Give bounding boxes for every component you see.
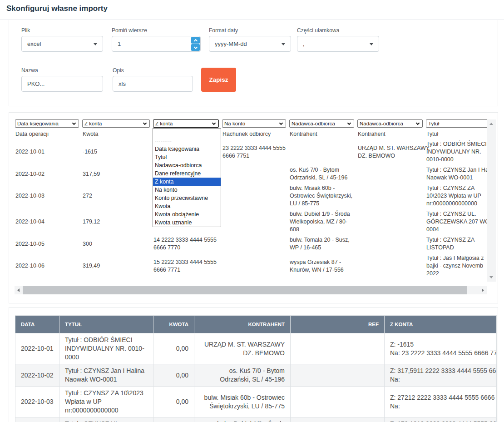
dropdown-option[interactable]: Nadawca-odbiorca xyxy=(153,161,221,169)
column-select-1[interactable]: Data księgowania xyxy=(15,119,79,128)
import-config-form: Plik excel Pomiń wiersze 1 Format daty y… xyxy=(9,20,498,106)
save-button[interactable]: Zapisz xyxy=(201,68,236,92)
chevron-down-icon xyxy=(347,121,351,125)
preview-table-panel: DATA TYTUŁ KWOTA KONTRAHENT REF Z KONTA … xyxy=(9,307,498,422)
nazwa-label: Nazwa xyxy=(21,67,103,74)
dropdown-option[interactable]: Konto przeciwstawne xyxy=(153,194,221,202)
grid-row: 2022-10-04 179,12 bulw. Dubiel 1/9 - Śro… xyxy=(15,209,494,235)
column-mapping-panel: Data księgowania Z konta Z konta Na kont… xyxy=(9,112,498,303)
pomin-wiersze-label: Pomiń wiersze xyxy=(112,27,201,34)
table-header-row: DATA TYTUŁ KWOTA KONTRAHENT REF Z KONTA xyxy=(15,316,497,333)
scroll-up-icon[interactable] xyxy=(489,123,493,125)
dropdown-option[interactable]: Data księgowania xyxy=(153,145,221,153)
column-select-2[interactable]: Z konta xyxy=(82,119,150,128)
dropdown-option[interactable] xyxy=(153,129,221,137)
mapping-grid: Data księgowania Z konta Z konta Na kont… xyxy=(15,119,494,279)
dropdown-option[interactable]: Kwota xyxy=(153,202,221,210)
scrollbar-thumb[interactable] xyxy=(23,286,467,294)
column-select-3[interactable]: Z konta xyxy=(153,119,219,128)
grid-row: 2022-10-05 300 14 2222 3333 4444 5555 66… xyxy=(15,235,494,253)
format-daty-select[interactable]: yyyy-MM-dd xyxy=(209,36,291,52)
dropdown-option[interactable]: Tytuł xyxy=(153,153,221,161)
preview-table: DATA TYTUŁ KWOTA KONTRAHENT REF Z KONTA … xyxy=(15,315,497,422)
stepper-down-icon[interactable] xyxy=(191,44,200,51)
table-row: 2022-10-01 Tytuł : ODBIÓR ŚMIECI INDYWID… xyxy=(15,333,497,364)
plik-label: Plik xyxy=(21,27,103,34)
opis-input[interactable]: xls xyxy=(113,76,193,92)
dropdown-option[interactable]: Dane referencyjne xyxy=(153,169,221,178)
nazwa-input[interactable]: PKO... xyxy=(21,76,103,92)
czesci-ulamkowa-label: Części ułamkowa xyxy=(297,27,379,34)
dropdown-option[interactable]: Kwota uznanie xyxy=(153,218,221,227)
chevron-down-icon xyxy=(370,43,373,45)
stepper-up-icon[interactable] xyxy=(191,37,200,44)
opis-label: Opis xyxy=(113,67,193,74)
chevron-down-icon xyxy=(416,121,420,125)
scroll-right-icon[interactable] xyxy=(482,288,484,292)
czesci-ulamkowa-select[interactable]: , xyxy=(297,36,379,52)
grid-row: 2022-10-06 319,49 15 2222 3333 4444 5555… xyxy=(15,253,494,279)
number-stepper xyxy=(191,37,200,51)
chevron-down-icon xyxy=(143,121,147,125)
scroll-down-icon[interactable] xyxy=(489,276,493,278)
grid-row: 2022-10-02 317,59 os. Kuś 7/0 - Bytom Od… xyxy=(15,165,494,183)
grid-row: 2022-10-01 -1615 23 2222 3333 4444 5555 … xyxy=(15,139,494,165)
horizontal-scrollbar[interactable] xyxy=(15,286,487,294)
dropdown-option-selected[interactable]: Z konta xyxy=(153,178,221,186)
chevron-down-icon xyxy=(94,43,97,45)
table-row: 2022-10-02 Tytuł : CZYNSZ Jan I Halina N… xyxy=(15,364,497,387)
dropdown-option[interactable]: Na konto xyxy=(153,186,221,194)
grid-header-row: Data operacji Kwota Rachunek odbiorcy Ko… xyxy=(15,128,494,139)
pomin-wiersze-input[interactable]: 1 xyxy=(112,36,201,52)
chevron-down-icon xyxy=(72,121,76,125)
dropdown-option[interactable]: Kwota obciążenie xyxy=(153,210,221,218)
grid-row: 2022-10-03 272 bulw. Misiak 60b - Ostrow… xyxy=(15,183,494,209)
scroll-left-icon[interactable] xyxy=(17,288,20,292)
column-select-dropdown: --------- Data księgowania Tytuł Nadawca… xyxy=(153,128,221,227)
column-select-5[interactable]: Nadawca-odbiorca xyxy=(289,119,354,128)
chevron-down-icon xyxy=(212,121,216,125)
chevron-down-icon xyxy=(282,43,285,45)
column-select-6[interactable]: Nadawca-odbiorca xyxy=(357,119,423,128)
table-row: 2022-10-04 Tytuł : CZYNSZ UL. GÓRCZEWSKA… xyxy=(15,417,497,422)
column-select-4[interactable]: Na konto xyxy=(222,119,286,128)
vertical-scrollbar[interactable] xyxy=(487,119,496,282)
format-daty-label: Format daty xyxy=(209,27,291,34)
plik-select[interactable]: excel xyxy=(21,36,103,52)
table-row: 2022-10-03 Tytuł : CZYNSZ ZA 10\2023 Wpł… xyxy=(15,387,497,417)
page-header: Skonfiguruj własne importy xyxy=(0,0,504,20)
page-title: Skonfiguruj własne importy xyxy=(6,4,108,13)
chevron-down-icon xyxy=(279,121,283,125)
dropdown-option[interactable]: --------- xyxy=(153,137,221,145)
